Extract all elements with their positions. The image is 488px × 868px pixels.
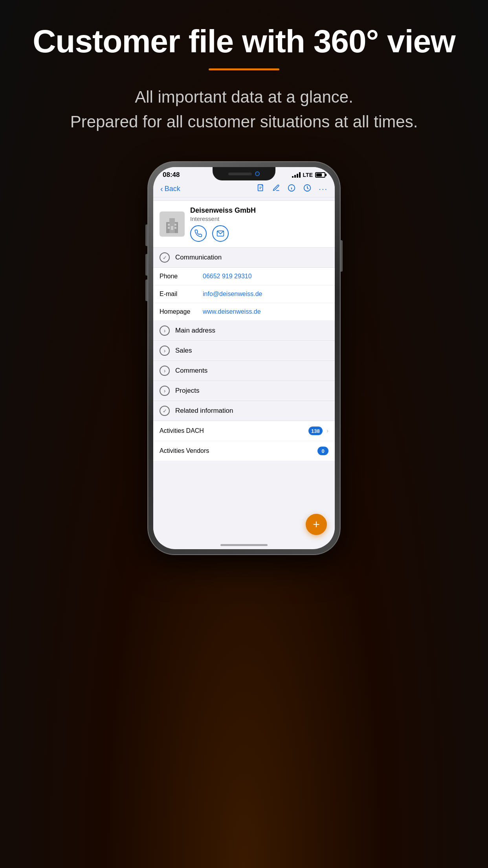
activities-vendors-row[interactable]: Activities Vendors 0 [153, 441, 335, 461]
speaker [228, 173, 252, 175]
email-label: E-mail [160, 291, 203, 298]
phone-mockup: 08:48 LTE ‹ [0, 162, 488, 555]
section-communication[interactable]: ✓ Communication [153, 248, 335, 268]
email-value[interactable]: info@deisenweiss.de [203, 291, 328, 298]
signal-bars-icon [292, 172, 301, 178]
company-card: Deisenweiss GmbH Interessent [153, 200, 335, 248]
company-actions [190, 225, 328, 242]
phone-notch [213, 167, 275, 180]
comments-toggle-icon: › [160, 366, 170, 376]
sales-toggle-icon: › [160, 346, 170, 356]
more-icon[interactable]: ··· [319, 185, 328, 193]
email-button[interactable] [212, 225, 229, 242]
back-chevron-icon: ‹ [160, 185, 163, 193]
call-button[interactable] [190, 225, 207, 242]
svg-rect-0 [258, 185, 263, 191]
phone-outer-shell: 08:48 LTE ‹ [148, 162, 340, 555]
phone-row: Phone 06652 919 29310 [153, 268, 335, 285]
main-address-toggle-icon: › [160, 326, 170, 336]
svg-rect-12 [174, 224, 176, 226]
company-logo [160, 211, 185, 237]
activities-dach-chevron-icon: › [327, 427, 328, 434]
activities-dach-badge: 138 [308, 427, 323, 435]
email-row: E-mail info@deisenweiss.de [153, 285, 335, 303]
projects-toggle-icon: › [160, 386, 170, 396]
svg-rect-11 [168, 227, 170, 229]
section-projects[interactable]: › Projects [153, 381, 335, 401]
section-related-information[interactable]: ✓ Related information [153, 401, 335, 421]
company-info: Deisenweiss GmbH Interessent [190, 206, 328, 242]
sales-title: Sales [175, 347, 192, 355]
activities-vendors-right: 0 [317, 447, 328, 455]
related-info-toggle-icon: ✓ [160, 406, 170, 416]
projects-title: Projects [175, 387, 199, 395]
activities-dach-right: 138 › [308, 427, 328, 435]
svg-rect-8 [169, 218, 175, 233]
pencil-icon[interactable] [272, 184, 280, 193]
hero-divider [209, 68, 279, 70]
communication-title: Communication [175, 254, 222, 261]
back-label: Back [165, 185, 180, 193]
comments-title: Comments [175, 367, 207, 375]
building-icon [162, 214, 182, 234]
nav-action-icons: ··· [257, 184, 328, 194]
status-icons: LTE [292, 172, 325, 178]
screen-content: Deisenweiss GmbH Interessent [153, 197, 335, 544]
battery-icon [315, 172, 325, 178]
status-time: 08:48 [163, 171, 180, 179]
clock-icon[interactable] [303, 184, 312, 194]
related-information-title: Related information [175, 407, 233, 415]
activities-vendors-badge: 0 [317, 447, 328, 455]
activities-dach-label: Activities DACH [160, 427, 204, 434]
activities-dach-row[interactable]: Activities DACH 138 › [153, 421, 335, 441]
section-sales[interactable]: › Sales [153, 341, 335, 361]
phone-screen: 08:48 LTE ‹ [153, 167, 335, 549]
front-camera [255, 171, 260, 176]
homepage-value[interactable]: www.deisenweiss.de [203, 308, 328, 315]
company-type: Interessent [190, 215, 328, 222]
section-comments[interactable]: › Comments [153, 361, 335, 381]
section-main-address[interactable]: › Main address [153, 321, 335, 341]
homepage-label: Homepage [160, 308, 203, 315]
main-address-title: Main address [175, 327, 215, 335]
company-name: Deisenweiss GmbH [190, 206, 328, 215]
hero-title: Customer file with 360° view [0, 24, 488, 59]
phone-value[interactable]: 06652 919 29310 [203, 273, 328, 280]
hero-section: Customer file with 360° view All importa… [0, 0, 488, 150]
svg-rect-10 [168, 224, 170, 226]
communication-toggle-icon: ✓ [160, 252, 170, 263]
svg-rect-13 [174, 227, 176, 229]
phone-label: Phone [160, 273, 203, 280]
home-indicator [220, 544, 268, 546]
hero-subtitle: All important data at a glance. Prepared… [0, 85, 488, 134]
homepage-row: Homepage www.deisenweiss.de [153, 303, 335, 321]
nav-bar: ‹ Back [153, 180, 335, 197]
edit-document-icon[interactable] [257, 184, 265, 194]
add-fab-button[interactable]: + [306, 514, 327, 535]
lte-label: LTE [303, 172, 313, 178]
back-button[interactable]: ‹ Back [160, 185, 180, 193]
svg-rect-9 [171, 226, 173, 230]
activities-vendors-label: Activities Vendors [160, 447, 209, 454]
info-icon[interactable] [287, 184, 296, 194]
